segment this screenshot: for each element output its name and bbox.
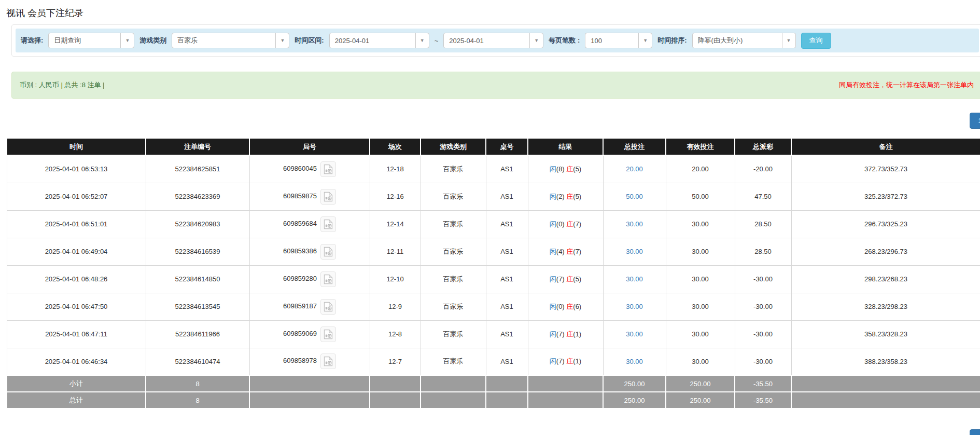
cell-session: 12-18	[370, 155, 421, 183]
col-header-game-type: 游戏类别	[421, 138, 486, 155]
result-player-score: (7)	[556, 275, 567, 283]
result-player-label: 闲	[550, 357, 556, 365]
chevron-down-icon[interactable]: ▼	[782, 33, 795, 48]
result-player-score: (2)	[556, 193, 567, 200]
game-type-select[interactable]: 百家乐 ▼	[172, 33, 289, 48]
cell-time: 2025-04-01 06:49:04	[7, 238, 146, 265]
valid-bet-note: 同局有效投注，统一计算在该局第一张注单内	[839, 80, 975, 90]
cell-table-no: AS1	[486, 155, 528, 183]
table-body: 2025-04-01 06:53:13522384625851609860045…	[7, 155, 980, 409]
time-sort-label: 时间排序:	[657, 36, 687, 45]
summary-bar: 币别 : 人民币 | 总共 :8 注单 | 同局有效投注，统一计算在该局第一张注…	[11, 72, 980, 99]
result-player-score: (0)	[556, 220, 567, 228]
cell-valid-bet: 20.00	[666, 155, 735, 183]
video-replay-button[interactable]	[320, 354, 336, 369]
date-to-select[interactable]: 2025-04-01 ▼	[443, 33, 543, 48]
cell-table-no: AS1	[486, 238, 528, 265]
search-button[interactable]: 查询	[801, 33, 831, 49]
page-title: 视讯 会员下注纪录	[0, 0, 980, 24]
total-bet-link[interactable]: 30.00	[626, 220, 643, 228]
total-bet-link[interactable]: 30.00	[626, 275, 643, 283]
summary-count: 8	[146, 375, 249, 392]
date-to-value: 2025-04-01	[444, 33, 529, 48]
page-size-value: 100	[585, 33, 638, 48]
cell-payout: -30.00	[735, 265, 791, 293]
chevron-down-icon[interactable]: ▼	[120, 33, 134, 48]
cell-result: 闲(7) 庄(1)	[528, 348, 603, 375]
cell-round-id: 609859069	[249, 320, 370, 348]
result-player-label: 闲	[550, 220, 556, 228]
total-bet-link[interactable]: 30.00	[626, 358, 643, 365]
cell-table-no: AS1	[486, 210, 528, 238]
summary-empty-cell	[249, 375, 370, 392]
result-banker-score: (6)	[573, 303, 581, 310]
result-player-score: (0)	[556, 303, 567, 310]
date-from-select[interactable]: 2025-04-01 ▼	[329, 33, 429, 48]
page: { "page": { "title": "视讯 会员下注纪录" }, "fil…	[0, 0, 980, 435]
total-bet-link[interactable]: 30.00	[626, 248, 643, 255]
video-replay-document-icon	[324, 356, 333, 366]
cell-table-no: AS1	[486, 320, 528, 348]
summary-empty-cell	[421, 392, 486, 409]
video-replay-document-icon	[324, 329, 333, 339]
cell-bet-id: 522384620983	[146, 210, 249, 238]
col-header-remark: 备注	[791, 138, 980, 155]
video-replay-button[interactable]	[320, 327, 336, 342]
result-player-label: 闲	[550, 248, 556, 255]
pagination-page-1-top[interactable]: 1	[970, 113, 980, 129]
chevron-down-icon[interactable]: ▼	[638, 33, 652, 48]
total-bet-link[interactable]: 30.00	[626, 330, 643, 338]
chevron-down-icon[interactable]: ▼	[529, 33, 543, 48]
round-id-text: 609860045	[283, 165, 317, 172]
cell-time: 2025-04-01 06:53:13	[7, 155, 146, 183]
summary-empty-cell	[421, 375, 486, 392]
result-player-label: 闲	[550, 193, 556, 200]
result-banker-label: 庄	[566, 330, 573, 338]
video-replay-button[interactable]	[320, 161, 336, 177]
video-replay-button[interactable]	[320, 244, 336, 260]
cell-round-id: 609859386	[249, 238, 370, 265]
query-type-select[interactable]: 日期查询 ▼	[48, 33, 134, 48]
cell-time: 2025-04-01 06:52:07	[7, 183, 146, 210]
query-type-value: 日期查询	[49, 33, 120, 48]
pagination-page-1-bottom[interactable]: 1	[970, 429, 980, 435]
table-header-row: 时间 注单编号 局号 场次 游戏类别 桌号 结果 总投注 有效投注 总派彩 备注	[7, 138, 980, 155]
cell-game-type: 百家乐	[421, 210, 486, 238]
result-player-label: 闲	[550, 330, 556, 338]
cell-total-bet: 30.00	[603, 320, 666, 348]
video-replay-button[interactable]	[320, 189, 336, 205]
total-bet-link[interactable]: 50.00	[626, 193, 643, 200]
result-banker-score: (5)	[573, 193, 581, 200]
total-bet-link[interactable]: 30.00	[626, 303, 643, 310]
total-bet-link[interactable]: 20.00	[626, 165, 643, 173]
chevron-down-icon[interactable]: ▼	[415, 33, 429, 48]
cell-result: 闲(0) 庄(6)	[528, 293, 603, 320]
time-sort-select[interactable]: 降幂(由大到小) ▼	[692, 33, 796, 48]
col-header-session: 场次	[370, 138, 421, 155]
chevron-down-icon[interactable]: ▼	[275, 33, 289, 48]
result-banker-label: 庄	[566, 275, 573, 283]
round-id-text: 609859187	[283, 302, 317, 310]
video-replay-document-icon	[324, 164, 333, 174]
video-replay-button[interactable]	[320, 299, 336, 315]
summary-empty-cell	[370, 392, 421, 409]
grand-total-row: 总计8250.00250.00-35.50	[7, 392, 980, 409]
result-banker-score: (7)	[573, 220, 581, 228]
cell-total-bet: 30.00	[603, 210, 666, 238]
result-player-score: (4)	[556, 248, 567, 255]
cell-game-type: 百家乐	[421, 155, 486, 183]
video-replay-document-icon	[324, 219, 333, 229]
cell-result: 闲(7) 庄(1)	[528, 320, 603, 348]
table-row: 2025-04-01 06:52:07522384623369609859875…	[7, 183, 980, 210]
video-replay-button[interactable]	[320, 271, 336, 287]
cell-total-bet: 30.00	[603, 238, 666, 265]
cell-game-type: 百家乐	[421, 183, 486, 210]
video-replay-button[interactable]	[320, 216, 336, 232]
cell-valid-bet: 30.00	[666, 293, 735, 320]
cell-session: 12-11	[370, 238, 421, 265]
cell-time: 2025-04-01 06:47:11	[7, 320, 146, 348]
page-size-select[interactable]: 100 ▼	[585, 33, 652, 48]
cell-result: 闲(4) 庄(7)	[528, 238, 603, 265]
result-player-label: 闲	[550, 303, 556, 310]
cell-remark: 325.23/372.73	[791, 183, 980, 210]
